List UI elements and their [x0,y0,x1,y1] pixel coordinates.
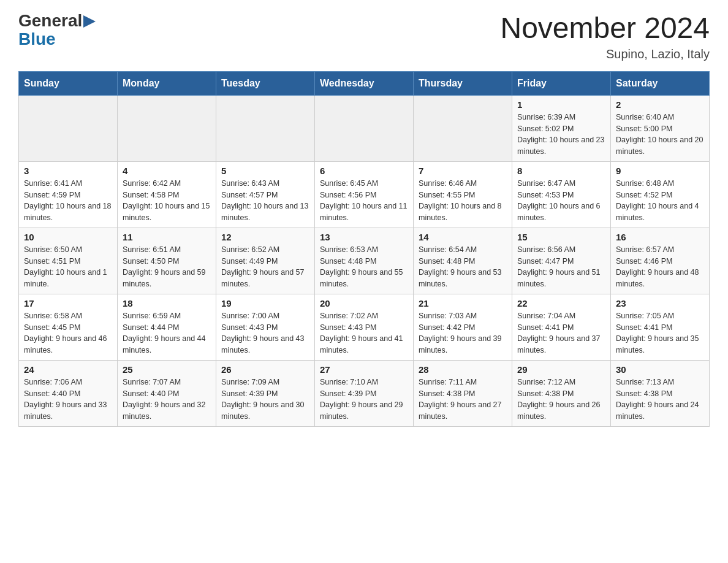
logo-general-text: General [18,12,82,29]
week-row-4: 17Sunrise: 6:58 AMSunset: 4:45 PMDayligh… [19,294,710,360]
calendar-cell [216,95,315,161]
calendar-cell: 28Sunrise: 7:11 AMSunset: 4:38 PMDayligh… [414,360,512,426]
day-number: 7 [419,166,507,176]
calendar-cell: 25Sunrise: 7:07 AMSunset: 4:40 PMDayligh… [118,360,216,426]
calendar-cell: 21Sunrise: 7:03 AMSunset: 4:42 PMDayligh… [414,294,512,360]
calendar-cell: 4Sunrise: 6:42 AMSunset: 4:58 PMDaylight… [118,161,216,228]
week-row-3: 10Sunrise: 6:50 AMSunset: 4:51 PMDayligh… [19,228,710,294]
day-info: Sunrise: 6:57 AMSunset: 4:46 PMDaylight:… [616,244,704,290]
day-number: 30 [616,364,704,375]
day-info: Sunrise: 6:45 AMSunset: 4:56 PMDaylight:… [320,178,408,224]
calendar-cell: 1Sunrise: 6:39 AMSunset: 5:02 PMDaylight… [512,95,611,161]
calendar-cell: 15Sunrise: 6:56 AMSunset: 4:47 PMDayligh… [512,228,611,294]
day-info: Sunrise: 7:09 AMSunset: 4:39 PMDaylight:… [221,377,309,423]
calendar-cell: 16Sunrise: 6:57 AMSunset: 4:46 PMDayligh… [611,228,710,294]
day-number: 18 [123,298,211,308]
calendar-cell: 30Sunrise: 7:13 AMSunset: 4:38 PMDayligh… [611,360,710,426]
day-info: Sunrise: 6:48 AMSunset: 4:52 PMDaylight:… [616,178,704,224]
day-number: 10 [24,232,112,242]
calendar-cell: 6Sunrise: 6:45 AMSunset: 4:56 PMDaylight… [315,161,414,228]
day-info: Sunrise: 6:53 AMSunset: 4:48 PMDaylight:… [320,244,408,290]
calendar-cell: 17Sunrise: 6:58 AMSunset: 4:45 PMDayligh… [19,294,118,360]
day-info: Sunrise: 7:06 AMSunset: 4:40 PMDaylight:… [24,377,112,423]
calendar-cell: 13Sunrise: 6:53 AMSunset: 4:48 PMDayligh… [315,228,414,294]
day-info: Sunrise: 7:02 AMSunset: 4:43 PMDaylight:… [320,310,408,356]
week-row-2: 3Sunrise: 6:41 AMSunset: 4:59 PMDaylight… [19,161,710,228]
day-number: 24 [24,364,112,375]
weekday-header-row: SundayMondayTuesdayWednesdayThursdayFrid… [19,71,710,95]
day-info: Sunrise: 7:04 AMSunset: 4:41 PMDaylight:… [517,310,605,356]
weekday-header-saturday: Saturday [611,71,710,95]
calendar-cell: 3Sunrise: 6:41 AMSunset: 4:59 PMDaylight… [19,161,118,228]
calendar-table: SundayMondayTuesdayWednesdayThursdayFrid… [18,71,710,427]
day-number: 9 [616,166,704,176]
logo-blue-text: Blue [18,29,56,49]
day-number: 12 [221,232,309,242]
day-number: 22 [517,298,605,308]
calendar-cell: 9Sunrise: 6:48 AMSunset: 4:52 PMDaylight… [611,161,710,228]
calendar-cell: 7Sunrise: 6:46 AMSunset: 4:55 PMDaylight… [414,161,512,228]
calendar-cell: 2Sunrise: 6:40 AMSunset: 5:00 PMDaylight… [611,95,710,161]
day-number: 19 [221,298,309,308]
day-info: Sunrise: 6:46 AMSunset: 4:55 PMDaylight:… [419,178,507,224]
day-number: 20 [320,298,408,308]
day-number: 11 [123,232,211,242]
day-number: 4 [123,166,211,176]
weekday-header-sunday: Sunday [19,71,118,95]
calendar-cell: 27Sunrise: 7:10 AMSunset: 4:39 PMDayligh… [315,360,414,426]
month-title: November 2024 [500,12,710,45]
calendar-cell [118,95,216,161]
day-number: 1 [517,99,605,110]
day-number: 17 [24,298,112,308]
day-info: Sunrise: 6:50 AMSunset: 4:51 PMDaylight:… [24,244,112,290]
week-row-1: 1Sunrise: 6:39 AMSunset: 5:02 PMDaylight… [19,95,710,161]
weekday-header-tuesday: Tuesday [216,71,315,95]
day-info: Sunrise: 7:00 AMSunset: 4:43 PMDaylight:… [221,310,309,356]
logo-triangle-icon [83,15,96,28]
calendar-cell: 22Sunrise: 7:04 AMSunset: 4:41 PMDayligh… [512,294,611,360]
day-info: Sunrise: 6:41 AMSunset: 4:59 PMDaylight:… [24,178,112,224]
calendar-cell: 14Sunrise: 6:54 AMSunset: 4:48 PMDayligh… [414,228,512,294]
location-text: Supino, Lazio, Italy [500,47,710,61]
calendar-cell: 26Sunrise: 7:09 AMSunset: 4:39 PMDayligh… [216,360,315,426]
day-info: Sunrise: 6:47 AMSunset: 4:53 PMDaylight:… [517,178,605,224]
weekday-header-wednesday: Wednesday [315,71,414,95]
day-number: 23 [616,298,704,308]
day-number: 2 [616,99,704,110]
day-info: Sunrise: 6:54 AMSunset: 4:48 PMDaylight:… [419,244,507,290]
calendar-cell: 8Sunrise: 6:47 AMSunset: 4:53 PMDaylight… [512,161,611,228]
calendar-cell: 20Sunrise: 7:02 AMSunset: 4:43 PMDayligh… [315,294,414,360]
day-number: 27 [320,364,408,375]
calendar-cell [414,95,512,161]
day-info: Sunrise: 6:56 AMSunset: 4:47 PMDaylight:… [517,244,605,290]
weekday-header-monday: Monday [118,71,216,95]
day-info: Sunrise: 7:10 AMSunset: 4:39 PMDaylight:… [320,377,408,423]
day-info: Sunrise: 6:43 AMSunset: 4:57 PMDaylight:… [221,178,309,224]
day-info: Sunrise: 6:51 AMSunset: 4:50 PMDaylight:… [123,244,211,290]
day-number: 16 [616,232,704,242]
day-info: Sunrise: 7:11 AMSunset: 4:38 PMDaylight:… [419,377,507,423]
day-number: 6 [320,166,408,176]
calendar-cell: 19Sunrise: 7:00 AMSunset: 4:43 PMDayligh… [216,294,315,360]
calendar-cell [315,95,414,161]
day-info: Sunrise: 6:58 AMSunset: 4:45 PMDaylight:… [24,310,112,356]
week-row-5: 24Sunrise: 7:06 AMSunset: 4:40 PMDayligh… [19,360,710,426]
weekday-header-thursday: Thursday [414,71,512,95]
calendar-cell: 5Sunrise: 6:43 AMSunset: 4:57 PMDaylight… [216,161,315,228]
day-number: 8 [517,166,605,176]
day-info: Sunrise: 6:39 AMSunset: 5:02 PMDaylight:… [517,112,605,158]
calendar-cell: 24Sunrise: 7:06 AMSunset: 4:40 PMDayligh… [19,360,118,426]
day-info: Sunrise: 6:40 AMSunset: 5:00 PMDaylight:… [616,112,704,158]
day-number: 13 [320,232,408,242]
weekday-header-friday: Friday [512,71,611,95]
logo: General Blue [18,12,96,49]
page-header: General Blue November 2024 Supino, Lazio… [18,12,710,61]
calendar-cell: 23Sunrise: 7:05 AMSunset: 4:41 PMDayligh… [611,294,710,360]
day-info: Sunrise: 7:03 AMSunset: 4:42 PMDaylight:… [419,310,507,356]
day-info: Sunrise: 7:05 AMSunset: 4:41 PMDaylight:… [616,310,704,356]
day-info: Sunrise: 6:59 AMSunset: 4:44 PMDaylight:… [123,310,211,356]
calendar-cell: 10Sunrise: 6:50 AMSunset: 4:51 PMDayligh… [19,228,118,294]
day-number: 5 [221,166,309,176]
day-number: 3 [24,166,112,176]
svg-marker-0 [83,15,96,28]
